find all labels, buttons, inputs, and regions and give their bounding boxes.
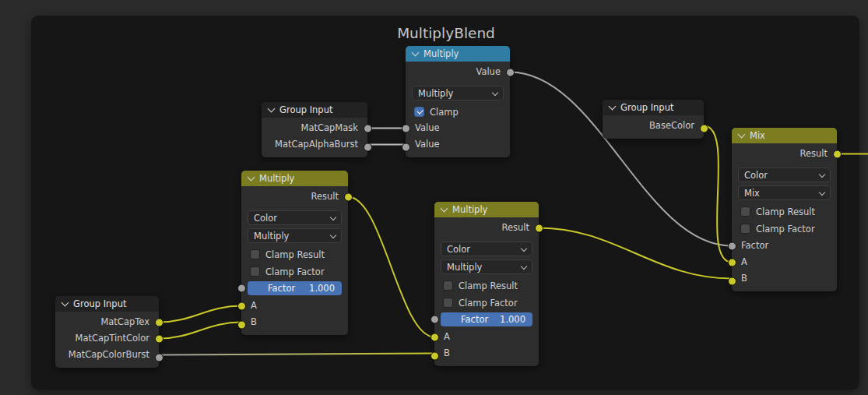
input-row-a: A: [732, 254, 837, 270]
output-socket-matcapcolorburst[interactable]: [155, 353, 163, 361]
input-row-factor: Factor: [732, 238, 837, 254]
wire-matcaptex-to-a: [159, 306, 241, 323]
clamp-result-checkbox[interactable]: [250, 249, 260, 259]
input-socket-a[interactable]: [237, 302, 246, 310]
chevron-down-icon[interactable]: [61, 299, 69, 307]
chevron-down-icon[interactable]: [609, 103, 617, 111]
clamp-checkbox[interactable]: [414, 107, 424, 117]
node-group-input-matcap[interactable]: Group Input MatCapTex MatCapTintColor Ma…: [55, 296, 159, 368]
output-label: Result: [501, 222, 529, 233]
dropdown-value: Color: [744, 170, 768, 181]
data-type-dropdown[interactable]: Color: [441, 242, 532, 256]
factor-row: Factor 1.000: [434, 312, 539, 326]
output-socket-matcapalphaburst[interactable]: [364, 143, 372, 151]
input-socket-b[interactable]: [728, 277, 736, 285]
node-header[interactable]: Multiply: [406, 46, 510, 62]
node-header-label: Group Input: [279, 104, 332, 115]
chevron-down-icon[interactable]: [738, 131, 746, 139]
output-row: MatCapTex: [55, 314, 159, 330]
wire-multiply-result-to-mix-b: [539, 228, 732, 279]
node-header[interactable]: Multiply: [434, 202, 539, 217]
output-label: MatCapAlphaBurst: [275, 139, 358, 150]
node-header[interactable]: Multiply: [241, 171, 348, 186]
blend-mode-dropdown[interactable]: Multiply: [248, 228, 342, 243]
clamp-factor-checkbox[interactable]: [443, 298, 453, 308]
checkbox-label: Clamp Result: [459, 280, 518, 291]
output-socket-matcaptex[interactable]: [155, 318, 163, 326]
clamp-factor-checkbox[interactable]: [250, 266, 260, 277]
clamp-result-row: Clamp Result: [241, 248, 348, 261]
clamp-factor-checkbox[interactable]: [740, 224, 750, 234]
node-group-input-basecolor[interactable]: Group Input BaseColor: [603, 100, 704, 139]
input-row-b: B: [434, 345, 539, 366]
chevron-down-icon[interactable]: [412, 49, 420, 57]
output-socket-result[interactable]: [833, 150, 842, 158]
output-socket-result[interactable]: [535, 224, 543, 232]
input-row-value-2: Value: [406, 136, 510, 157]
output-socket-matcapmask[interactable]: [364, 124, 372, 132]
output-socket-value[interactable]: [506, 68, 515, 76]
input-socket-value-1[interactable]: [402, 124, 410, 132]
output-socket-matcaptintcolor[interactable]: [155, 334, 163, 343]
blend-mode-dropdown[interactable]: Multiply: [441, 259, 532, 274]
data-type-dropdown[interactable]: Color: [738, 168, 831, 182]
input-socket-b[interactable]: [237, 320, 246, 329]
output-row-result: Result: [732, 146, 837, 162]
output-row-result: Result: [241, 189, 348, 205]
output-label: MatCapTintColor: [75, 333, 149, 344]
output-label: Result: [311, 191, 339, 202]
node-header[interactable]: Group Input: [603, 100, 704, 115]
output-row-result: Result: [434, 220, 539, 236]
node-header[interactable]: Group Input: [262, 102, 367, 118]
node-multiply-math[interactable]: Multiply Value Multiply Clamp Value Valu…: [406, 46, 510, 157]
output-row: MatCapAlphaBurst: [262, 136, 367, 157]
checkbox-label: Clamp Factor: [265, 266, 325, 277]
clamp-result-row: Clamp Result: [732, 205, 837, 218]
output-row: MatCapColorBurst: [55, 347, 159, 368]
output-label: Value: [476, 66, 501, 77]
chevron-down-icon[interactable]: [248, 174, 255, 182]
output-socket-basecolor[interactable]: [700, 124, 708, 132]
node-multiply-color-2[interactable]: Multiply Result Color Multiply Clamp Res…: [434, 202, 539, 366]
chevron-down-icon[interactable]: [268, 105, 276, 113]
node-mix[interactable]: Mix Result Color Mix Clamp Result Clamp …: [732, 128, 837, 291]
node-header[interactable]: Group Input: [55, 296, 159, 312]
checkbox-label: Clamp Result: [265, 249, 325, 260]
input-socket-value-2[interactable]: [402, 143, 410, 151]
data-type-dropdown[interactable]: Color: [248, 210, 342, 225]
input-label: Value: [415, 139, 440, 150]
slider-label: Factor: [248, 283, 295, 294]
factor-slider[interactable]: Factor 1.000: [441, 312, 532, 326]
output-row: MatCapMask: [262, 120, 367, 136]
node-header-label: Group Input: [620, 102, 673, 113]
dropdown-value: Color: [447, 244, 470, 255]
node-header[interactable]: Mix: [732, 128, 837, 143]
checkbox-label: Clamp Factor: [756, 224, 815, 235]
node-editor-window: MultiplyBlend Multiply Value Multiply: [0, 0, 868, 395]
wire-matcaptintcolor-to-b: [159, 323, 241, 339]
clamp-result-checkbox[interactable]: [740, 206, 750, 217]
node-header-label: Multiply: [259, 173, 294, 184]
input-socket-factor[interactable]: [728, 242, 736, 250]
wire-multiply-value-to-mix-factor: [510, 72, 732, 246]
blend-mode-dropdown[interactable]: Multiply: [412, 86, 504, 101]
node-header-label: Group Input: [73, 298, 126, 309]
node-group-input-masks[interactable]: Group Input MatCapMask MatCapAlphaBurst: [262, 102, 367, 157]
factor-row: Factor 1.000: [241, 281, 348, 295]
input-socket-a[interactable]: [728, 258, 736, 266]
input-row-b: B: [732, 270, 837, 291]
output-socket-result[interactable]: [344, 192, 353, 201]
blend-mode-dropdown[interactable]: Mix: [738, 185, 831, 200]
input-socket-a[interactable]: [430, 333, 439, 341]
input-label: A: [444, 331, 450, 342]
input-socket-b[interactable]: [430, 351, 439, 360]
input-socket-factor[interactable]: [430, 316, 439, 324]
checkbox-label: Clamp: [430, 107, 459, 118]
node-multiply-color-1[interactable]: Multiply Result Color Multiply Clamp Res…: [241, 171, 348, 335]
clamp-result-checkbox[interactable]: [443, 280, 453, 291]
input-socket-factor[interactable]: [237, 284, 246, 293]
input-label: B: [741, 273, 747, 284]
clamp-factor-row: Clamp Factor: [241, 265, 348, 278]
chevron-down-icon[interactable]: [441, 205, 448, 213]
factor-slider[interactable]: Factor 1.000: [248, 281, 342, 295]
